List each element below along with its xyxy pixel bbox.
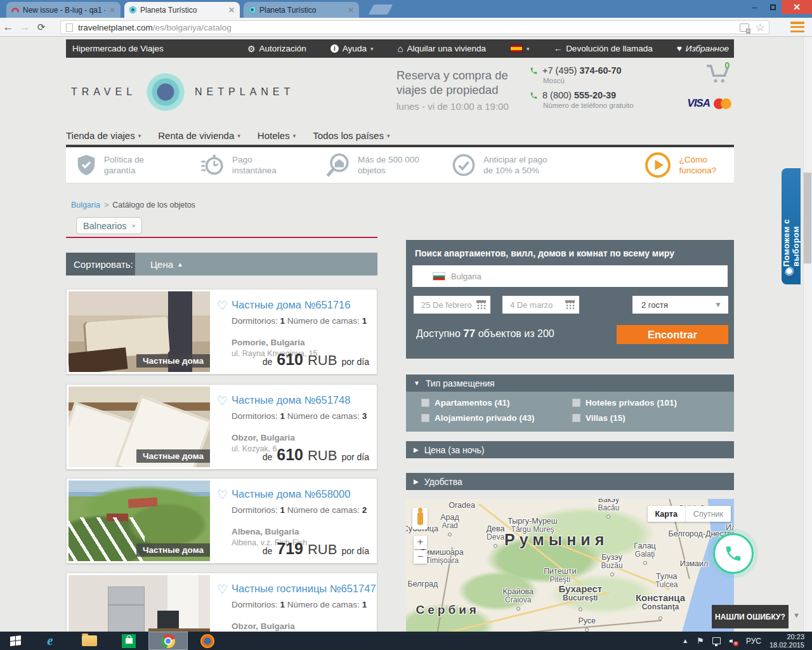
taskbar-chrome-active[interactable] bbox=[148, 632, 188, 650]
listing-card[interactable]: Частные дома ♡ Частные дома №651748 Dorm… bbox=[66, 384, 377, 470]
window-restore-button[interactable] bbox=[764, 0, 782, 14]
favorite-heart-icon[interactable]: ♡ bbox=[217, 582, 228, 597]
authorization-link[interactable]: ⚙ Autorización bbox=[247, 44, 306, 54]
address-bar[interactable]: travelnetplanet.com /es/bolgariya/catalo… bbox=[60, 20, 769, 34]
translate-icon[interactable] bbox=[740, 23, 749, 32]
listing-title-link[interactable]: Частные дома №651716 bbox=[232, 299, 350, 311]
map-widget[interactable]: OradeaСуботицаАрадAradДеваDevaТыргу-Муре… bbox=[406, 499, 734, 632]
guests-dropdown[interactable]: 2 гостя ▼ bbox=[632, 296, 728, 314]
filter-type-header[interactable]: ▼ Тип размещения bbox=[406, 375, 734, 392]
found-error-button[interactable]: НАШЛИ ОШИБКУ? bbox=[712, 605, 789, 628]
back-button[interactable]: ← bbox=[0, 21, 16, 34]
call-fab-button[interactable] bbox=[713, 533, 754, 574]
listing-card[interactable]: Частные дома ♡ Частные дома №651716 Dorm… bbox=[66, 289, 377, 375]
nav-item-hoteles[interactable]: Hoteles▾ bbox=[258, 130, 296, 141]
start-button[interactable] bbox=[0, 632, 30, 650]
listing-photo[interactable] bbox=[69, 575, 210, 632]
filter-amenities-header[interactable]: ▶ Удобства bbox=[406, 473, 734, 490]
network-icon[interactable] bbox=[712, 637, 721, 644]
rent-housing-link[interactable]: ⌂ Alquilar una vivienda bbox=[397, 43, 486, 54]
page-scrollbar-track[interactable] bbox=[803, 37, 812, 632]
language-selector[interactable]: ▾ bbox=[510, 44, 530, 53]
map-place-label: Русе bbox=[578, 617, 596, 632]
checkin-date-field[interactable]: 25 De febrero bbox=[414, 296, 490, 314]
listing-card[interactable]: Частные дома ♡ Частные дома №658000 Dorm… bbox=[66, 478, 377, 564]
pegman-control[interactable] bbox=[412, 508, 428, 529]
header-tagline: Reserva y compra de viajes de propiedad bbox=[396, 68, 508, 97]
favorite-heart-icon[interactable]: ♡ bbox=[217, 488, 228, 502]
listing-photo[interactable]: Частные дома bbox=[69, 387, 210, 467]
map-view-button[interactable]: Карта bbox=[648, 506, 685, 522]
how-it-works-link[interactable]: ¿Cómofunciona? bbox=[645, 152, 716, 178]
checkout-date-field[interactable]: 4 De marzo bbox=[502, 296, 579, 314]
listing-title-link[interactable]: Частные гостиницы №651747 bbox=[232, 583, 376, 595]
sort-by-price[interactable]: Цена▲ bbox=[135, 253, 377, 275]
home-icon: ⌂ bbox=[397, 43, 403, 54]
help-with-choice-tab[interactable]: Поможем с выбором bbox=[782, 168, 801, 284]
bookmark-star-icon[interactable]: ☆ bbox=[756, 21, 765, 34]
checkbox[interactable] bbox=[421, 399, 429, 407]
help-menu[interactable]: i Ayuda ▾ bbox=[331, 44, 374, 53]
listing-title-link[interactable]: Частные дома №658000 bbox=[232, 488, 350, 500]
nav-item-tienda[interactable]: Tienda de viajes▾ bbox=[66, 130, 141, 141]
chrome-menu-icon[interactable] bbox=[790, 22, 804, 32]
map-place-label: Румыния bbox=[504, 536, 608, 544]
internet-explorer-icon: e bbox=[47, 633, 53, 649]
taskbar-store[interactable] bbox=[109, 632, 148, 650]
filter-option-villas[interactable]: Villas (15) bbox=[572, 413, 625, 423]
find-button[interactable]: Encontrar bbox=[617, 325, 728, 344]
action-center-flag-icon[interactable]: ⚑ bbox=[697, 636, 704, 646]
volume-muted-icon[interactable] bbox=[729, 637, 738, 645]
nav-item-paises[interactable]: Todos los países▾ bbox=[313, 130, 390, 141]
tab-title: New issue - B-lug - qa1 - bbox=[23, 6, 105, 15]
window-minimize-button[interactable]: – bbox=[745, 0, 764, 14]
filter-price-header[interactable]: ▶ Цена (за ночь) bbox=[406, 441, 734, 458]
chevron-down-icon[interactable]: ▼ bbox=[793, 611, 800, 619]
main-navigation: Tienda de viajes▾ Renta de vivienda▾ Hot… bbox=[66, 126, 734, 145]
favorite-heart-icon[interactable]: ♡ bbox=[217, 298, 228, 313]
favorite-heart-icon[interactable]: ♡ bbox=[217, 394, 228, 408]
listing-title-link[interactable]: Частные дома №651748 bbox=[232, 394, 350, 406]
cart-button[interactable]: 0 bbox=[705, 63, 731, 87]
favorites-link[interactable]: ♥ Избранное bbox=[677, 44, 729, 53]
browser-tab-1[interactable]: New issue - B-lug - qa1 - ✕ bbox=[6, 2, 121, 18]
callback-link[interactable]: ← Devolución de llamada bbox=[554, 44, 653, 53]
site-logo[interactable]: TRAVEL NETPLANET bbox=[71, 72, 294, 112]
destination-input[interactable]: Bulgaria bbox=[412, 265, 728, 287]
browser-tab-2-active[interactable]: Planeta Turístico ✕ bbox=[124, 2, 240, 18]
taskbar-firefox[interactable] bbox=[188, 632, 227, 650]
listing-photo[interactable]: Частные дома bbox=[69, 291, 210, 372]
tray-expand-icon[interactable]: ▲ bbox=[682, 637, 688, 644]
cart-and-payments: 0 VISA bbox=[674, 63, 731, 110]
reload-button[interactable]: ⟳ bbox=[33, 22, 49, 33]
cart-count-badge: 0 bbox=[724, 60, 730, 70]
checkbox[interactable] bbox=[572, 399, 580, 407]
resorts-dropdown[interactable]: Balnearios ▾ bbox=[76, 217, 142, 234]
map-zoom-out-button[interactable]: − bbox=[414, 550, 427, 564]
listing-photo[interactable]: Частные дома bbox=[69, 481, 210, 561]
nav-item-renta[interactable]: Renta de vivienda▾ bbox=[158, 130, 240, 141]
filter-option-hoteles-privados[interactable]: Hoteles privados (101) bbox=[572, 398, 677, 408]
tab-close-icon[interactable]: ✕ bbox=[109, 6, 115, 15]
tab-close-icon[interactable]: ✕ bbox=[228, 6, 235, 15]
sort-label: Сортировать: bbox=[66, 253, 135, 275]
page-scrollbar-thumb[interactable] bbox=[804, 173, 811, 263]
filter-option-apartamentos[interactable]: Apartamentos (41) bbox=[421, 398, 510, 408]
filter-option-alojamiento-privado[interactable]: Alojamiento privado (43) bbox=[421, 413, 535, 423]
window-close-button[interactable]: ✕ bbox=[782, 0, 812, 14]
language-indicator[interactable]: РУС bbox=[746, 637, 761, 646]
new-tab-button[interactable] bbox=[369, 4, 393, 15]
listing-card[interactable]: ♡ Частные гостиницы №651747 Dormitorios:… bbox=[66, 573, 377, 632]
callback-label: Devolución de llamada bbox=[566, 44, 653, 53]
tab-close-icon[interactable]: ✕ bbox=[348, 6, 354, 15]
satellite-view-button[interactable]: Спутник bbox=[685, 506, 731, 522]
clock[interactable]: 20:23 18.02.2015 bbox=[769, 633, 804, 649]
browser-tab-3[interactable]: Planeta Turístico ✕ bbox=[244, 2, 359, 18]
taskbar-ie[interactable]: e bbox=[30, 632, 70, 650]
forward-button[interactable]: → bbox=[16, 21, 33, 34]
checkbox[interactable] bbox=[421, 414, 429, 422]
breadcrumb-bulgaria[interactable]: Bulgaria bbox=[71, 201, 100, 209]
map-zoom-in-button[interactable]: + bbox=[414, 536, 427, 549]
checkbox[interactable] bbox=[572, 414, 580, 422]
taskbar-explorer[interactable] bbox=[70, 632, 109, 650]
